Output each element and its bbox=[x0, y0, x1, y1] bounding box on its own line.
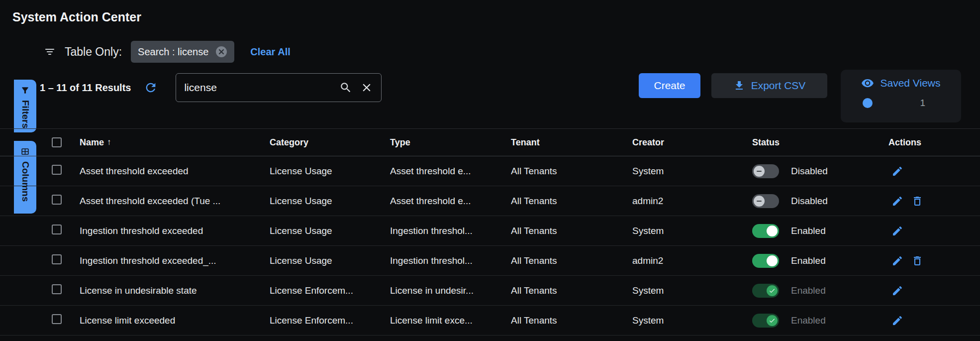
row-type: Asset threshold e... bbox=[390, 166, 511, 177]
row-creator: admin2 bbox=[632, 196, 752, 207]
toggle-knob bbox=[767, 285, 778, 296]
row-name: Asset threshold exceeded (Tue ... bbox=[80, 196, 270, 207]
row-category: License Usage bbox=[270, 166, 390, 177]
row-status-cell: Enabled bbox=[752, 224, 888, 238]
column-header-category[interactable]: Category bbox=[270, 137, 390, 148]
row-checkbox[interactable] bbox=[52, 195, 62, 205]
check-icon bbox=[769, 287, 776, 294]
sidebar-tab-filters[interactable]: Filters bbox=[14, 80, 36, 132]
row-actions bbox=[888, 255, 980, 267]
row-status-cell: Disabled bbox=[752, 194, 888, 208]
saved-views-count: 1 bbox=[920, 98, 925, 109]
edit-button[interactable] bbox=[891, 165, 903, 177]
edit-button[interactable] bbox=[891, 285, 903, 297]
row-type: Ingestion threshol... bbox=[390, 226, 511, 236]
row-type: License in undesir... bbox=[390, 285, 511, 296]
row-creator: System bbox=[632, 226, 752, 236]
pencil-icon bbox=[891, 285, 903, 297]
table-row: License limit exceeded License Enforcem.… bbox=[0, 306, 980, 336]
row-checkbox[interactable] bbox=[52, 225, 62, 234]
column-header-tenant[interactable]: Tenant bbox=[511, 137, 632, 148]
row-name: License in undesirable state bbox=[80, 285, 270, 296]
status-label: Enabled bbox=[791, 285, 826, 296]
funnel-icon bbox=[20, 86, 30, 95]
delete-button[interactable] bbox=[911, 195, 923, 207]
status-toggle[interactable] bbox=[752, 284, 779, 298]
row-checkbox[interactable] bbox=[52, 254, 62, 264]
download-icon bbox=[733, 80, 745, 92]
filter-lines-icon bbox=[44, 46, 56, 58]
row-tenant: All Tenants bbox=[511, 226, 632, 236]
system-action-center-page: System Action Center Table Only: Search … bbox=[0, 0, 980, 341]
row-actions bbox=[888, 165, 980, 177]
row-checkbox-cell bbox=[52, 314, 80, 327]
eye-icon bbox=[861, 77, 874, 90]
row-creator: System bbox=[632, 166, 752, 177]
search-input[interactable] bbox=[184, 82, 331, 94]
column-header-name[interactable]: Name ↑ bbox=[80, 137, 270, 148]
status-toggle[interactable] bbox=[752, 194, 779, 208]
status-toggle[interactable] bbox=[752, 224, 779, 238]
toggle-knob bbox=[767, 315, 778, 326]
clear-all-link[interactable]: Clear All bbox=[250, 46, 290, 58]
filter-bar: Table Only: Search : license Clear All bbox=[44, 40, 291, 64]
row-checkbox-cell bbox=[52, 284, 80, 297]
edit-button[interactable] bbox=[891, 315, 903, 327]
edit-button[interactable] bbox=[891, 225, 903, 237]
status-toggle[interactable] bbox=[752, 314, 779, 328]
row-type: Ingestion threshol... bbox=[390, 255, 511, 266]
status-label: Disabled bbox=[791, 166, 828, 177]
name-header-label: Name bbox=[80, 137, 104, 148]
row-tenant: All Tenants bbox=[511, 255, 632, 266]
column-header-type[interactable]: Type bbox=[390, 137, 511, 148]
filter-scope-label: Table Only: bbox=[65, 45, 122, 59]
dash-icon bbox=[757, 201, 762, 202]
table-row: Asset threshold exceeded (Tue ... Licens… bbox=[0, 186, 980, 216]
status-toggle[interactable] bbox=[752, 254, 779, 268]
row-checkbox[interactable] bbox=[52, 284, 62, 294]
search-clear-icon[interactable] bbox=[360, 81, 373, 94]
delete-button[interactable] bbox=[911, 255, 923, 267]
search-filter-chip[interactable]: Search : license bbox=[131, 41, 234, 63]
row-checkbox-cell bbox=[52, 195, 80, 207]
column-header-status[interactable]: Status bbox=[752, 137, 888, 148]
row-creator: System bbox=[632, 285, 752, 296]
refresh-icon[interactable] bbox=[144, 81, 158, 95]
row-status-cell: Disabled bbox=[752, 164, 888, 178]
row-tenant: All Tenants bbox=[511, 196, 632, 207]
row-category: License Usage bbox=[270, 255, 390, 266]
table-body: Asset threshold exceeded License Usage A… bbox=[0, 156, 980, 336]
sort-asc-icon: ↑ bbox=[107, 137, 111, 147]
row-actions bbox=[888, 285, 980, 297]
column-header-creator[interactable]: Creator bbox=[632, 137, 752, 148]
row-type: License limit exce... bbox=[390, 315, 511, 326]
toggle-knob bbox=[767, 226, 778, 236]
pagination-dot bbox=[863, 98, 873, 108]
table-header-row: Name ↑ Category Type Tenant Creator Stat… bbox=[0, 128, 980, 156]
edit-button[interactable] bbox=[891, 195, 903, 207]
status-label: Disabled bbox=[791, 196, 828, 207]
row-checkbox-cell bbox=[52, 165, 80, 177]
row-tenant: All Tenants bbox=[511, 166, 632, 177]
pencil-icon bbox=[891, 165, 903, 177]
export-csv-button[interactable]: Export CSV bbox=[711, 73, 827, 98]
table-row: Ingestion threshold exceeded_... License… bbox=[0, 246, 980, 276]
row-name: Ingestion threshold exceeded bbox=[80, 226, 270, 236]
select-all-cell bbox=[52, 137, 80, 147]
row-checkbox[interactable] bbox=[52, 314, 62, 324]
status-label: Enabled bbox=[791, 255, 826, 266]
row-checkbox-cell bbox=[52, 254, 80, 267]
select-all-checkbox[interactable] bbox=[52, 137, 62, 147]
create-button[interactable]: Create bbox=[639, 73, 700, 98]
search-icon bbox=[339, 81, 352, 94]
status-label: Enabled bbox=[791, 226, 826, 236]
row-status-cell: Enabled bbox=[752, 254, 888, 268]
row-actions bbox=[888, 195, 980, 207]
row-checkbox[interactable] bbox=[52, 165, 62, 175]
status-toggle[interactable] bbox=[752, 164, 779, 178]
chip-close-icon[interactable] bbox=[215, 46, 227, 58]
row-creator: admin2 bbox=[632, 255, 752, 266]
edit-button[interactable] bbox=[891, 255, 903, 267]
dash-icon bbox=[757, 171, 762, 172]
saved-views-button[interactable]: Saved Views bbox=[841, 77, 961, 90]
